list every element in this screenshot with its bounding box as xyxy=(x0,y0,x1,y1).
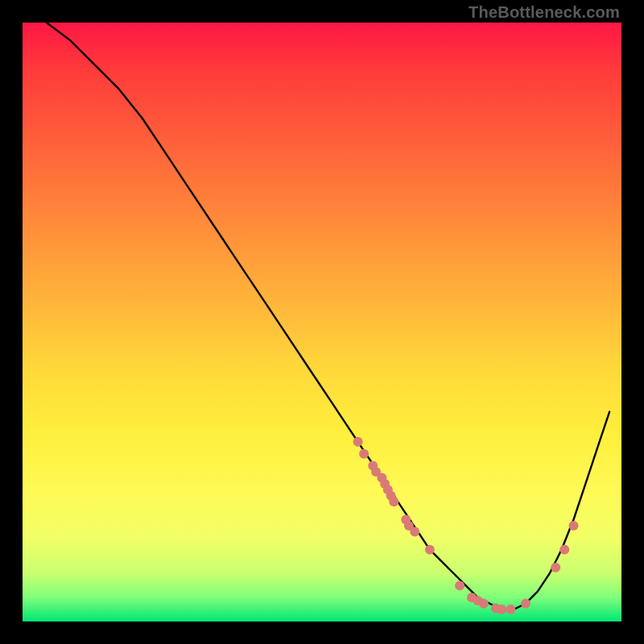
chart-frame: TheBottleneck.com xyxy=(0,0,644,644)
data-dot xyxy=(455,580,464,590)
data-dot xyxy=(569,521,579,530)
plot-area xyxy=(23,23,621,621)
data-dot xyxy=(410,526,419,536)
data-dot xyxy=(479,599,489,609)
data-dot xyxy=(506,605,515,614)
data-dot xyxy=(497,605,506,614)
data-dot xyxy=(551,563,560,572)
data-dot xyxy=(359,449,369,459)
bottleneck-curve xyxy=(47,23,609,609)
data-dot xyxy=(353,437,363,447)
data-dot xyxy=(559,545,569,555)
data-dot xyxy=(389,497,398,506)
data-dot xyxy=(521,599,530,609)
data-dot xyxy=(425,545,435,555)
data-dots xyxy=(353,437,579,614)
curve-layer xyxy=(23,23,621,621)
watermark-label: TheBottleneck.com xyxy=(469,3,620,22)
